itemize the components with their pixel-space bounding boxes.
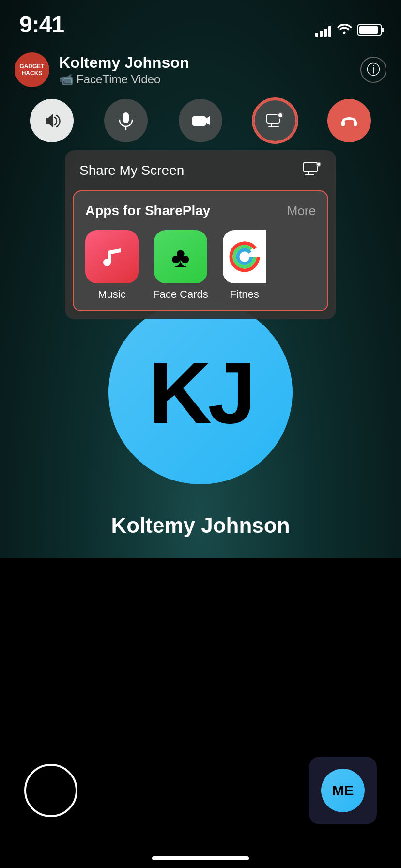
share-screen-icon xyxy=(303,162,322,179)
call-initials: KJ xyxy=(149,342,252,443)
home-indicator xyxy=(152,856,249,860)
battery-icon xyxy=(357,24,382,36)
share-popup-header: Share My Screen xyxy=(65,150,336,190)
record-button[interactable] xyxy=(24,764,77,817)
svg-rect-8 xyxy=(341,121,345,126)
facecards-app-item[interactable]: ♣ Face Cards xyxy=(153,230,208,301)
shareplay-title: Apps for SharePlay xyxy=(85,203,210,218)
controls-row xyxy=(0,94,401,147)
music-app-icon xyxy=(85,230,139,283)
apps-for-shareplay-section: Apps for SharePlay More Music ♣ Face Car… xyxy=(73,190,328,311)
share-popup-title: Share My Screen xyxy=(79,163,184,178)
more-button[interactable]: More xyxy=(287,203,316,218)
video-icon: 📹 xyxy=(59,73,74,86)
call-avatar: KJ xyxy=(108,300,293,484)
svg-rect-2 xyxy=(192,116,206,126)
svg-point-17 xyxy=(238,250,251,264)
signal-icon xyxy=(315,23,331,37)
music-app-label: Music xyxy=(98,288,125,301)
end-call-button[interactable] xyxy=(327,99,371,142)
svg-point-12 xyxy=(317,163,320,166)
contact-info: Koltemy Johnson 📹 FaceTime Video xyxy=(59,54,360,86)
bottom-controls: ME xyxy=(0,757,401,824)
info-button[interactable]: ⓘ xyxy=(360,57,386,83)
shareplay-header: Apps for SharePlay More xyxy=(85,203,316,218)
avatar: GADGET HACKS xyxy=(15,52,49,87)
status-time: 9:41 xyxy=(19,11,64,38)
share-my-screen-popup: Share My Screen Apps for SharePlay More xyxy=(65,150,336,319)
facecards-app-label: Face Cards xyxy=(153,288,208,301)
facecards-app-icon: ♣ xyxy=(154,230,207,283)
speaker-button[interactable] xyxy=(30,99,74,142)
svg-point-5 xyxy=(278,113,282,117)
wifi-icon xyxy=(337,22,352,38)
top-bar: GADGET HACKS Koltemy Johnson 📹 FaceTime … xyxy=(0,46,401,94)
camera-button[interactable] xyxy=(179,99,222,142)
svg-point-18 xyxy=(243,242,246,245)
me-initials: ME xyxy=(321,769,365,812)
music-app-item[interactable]: Music xyxy=(85,230,139,301)
shareplay-button[interactable] xyxy=(253,99,297,142)
me-avatar[interactable]: ME xyxy=(309,757,377,824)
contact-name: Koltemy Johnson xyxy=(59,54,360,72)
svg-rect-9 xyxy=(354,121,357,126)
fitness-app-icon xyxy=(223,230,266,283)
svg-rect-0 xyxy=(123,112,129,123)
call-type: 📹 FaceTime Video xyxy=(59,73,360,86)
mute-button[interactable] xyxy=(104,99,148,142)
svg-rect-10 xyxy=(304,162,317,172)
status-bar: 9:41 xyxy=(0,0,401,46)
status-icons xyxy=(315,22,382,38)
club-icon: ♣ xyxy=(171,241,190,273)
fitness-app-label: Fitnes xyxy=(230,288,259,301)
contact-name-large: Koltemy Johnson xyxy=(0,513,401,538)
apps-row: Music ♣ Face Cards xyxy=(85,230,316,301)
fitness-app-item[interactable]: Fitnes xyxy=(223,230,266,301)
